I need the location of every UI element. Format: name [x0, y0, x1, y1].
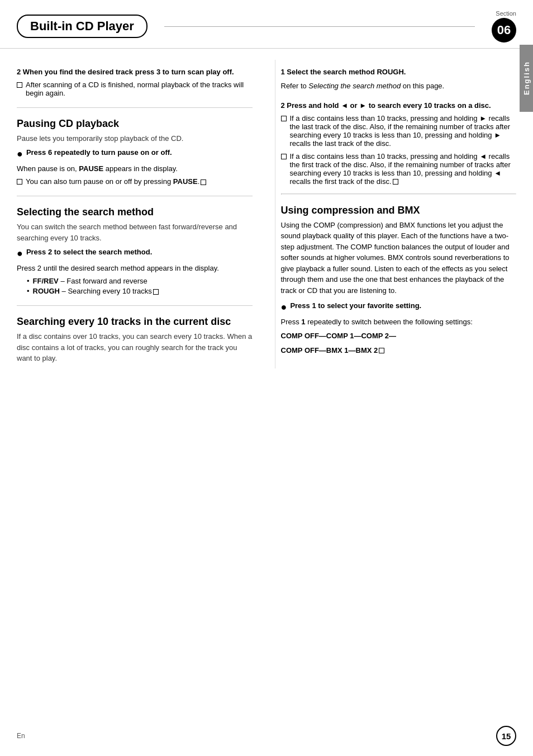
language-label: English: [520, 45, 533, 112]
selecting-bullet: ● Press 2 to select the search method.: [17, 248, 253, 260]
press-body-prefix: Press: [281, 318, 302, 326]
section-number: 06: [492, 18, 516, 42]
bullet-square-icon: [17, 82, 22, 88]
press-body: Press 1 repeatedly to switch between the…: [281, 316, 517, 328]
footer: En 15: [0, 726, 533, 746]
pausing-subtitle: Pause lets you temporarily stop playback…: [17, 133, 253, 144]
bullet-square-icon2: [17, 179, 22, 185]
pausing-bullet-heading: Press 6 repeatedly to turn pause on or o…: [26, 148, 172, 157]
pausing-bullet2: You can also turn pause on or off by pre…: [17, 177, 253, 186]
scan-step2-bullet: After scanning of a CD is finished, norm…: [17, 81, 253, 97]
selecting-sub2: • ROUGH – Searching every 10 tracks: [27, 287, 253, 295]
main-content: 2 When you find the desired track press …: [0, 49, 533, 380]
scan-step2-heading: 2 When you find the desired track press …: [17, 67, 253, 78]
page: Built-in CD Player Section 06 English 2 …: [0, 0, 533, 756]
pausing-body1-prefix: When pause is on,: [17, 164, 79, 173]
selecting-sub2-text: ROUGH – Searching every 10 tracks: [33, 287, 159, 295]
left-column: 2 When you find the desired track press …: [17, 60, 258, 368]
press-bullet: ● Press 1 to select your favorite settin…: [281, 301, 517, 314]
selecting-bullet-heading: Press 2 to select the search method.: [26, 248, 152, 256]
searching-section: Searching every 10 tracks in the current…: [17, 316, 253, 364]
pausing-body2: You can also turn pause on or off by pre…: [26, 177, 206, 186]
rough-bold: ROUGH: [33, 287, 60, 295]
pausing-title: Pausing CD playback: [17, 118, 253, 130]
selecting-sub-list: • FF/REV – Fast forward and reverse • RO…: [27, 277, 253, 295]
note-icon: [201, 179, 206, 185]
step1-body-suffix: on this page.: [401, 82, 444, 90]
selecting-title: Selecting the search method: [17, 206, 253, 218]
settings-line1: COMP OFF—COMP 1—COMP 2—: [281, 330, 517, 342]
selecting-body: Press 2 until the desired search method …: [17, 263, 253, 274]
right-step1-section: 1 Select the search method ROUGH. Refer …: [281, 67, 517, 91]
rough-suffix: – Searching every 10 tracks: [60, 287, 152, 295]
press-body-bold: 1: [301, 318, 305, 326]
selecting-sub1: • FF/REV – Fast forward and reverse: [27, 277, 253, 285]
right-step2-heading: 2 Press and hold ◄ or ► to search every …: [281, 100, 517, 111]
sub-dot-icon2: •: [27, 287, 30, 295]
right-step2-bullet1-text: If a disc contains less than 10 tracks, …: [290, 114, 517, 148]
right-divider: [281, 193, 517, 195]
press-body-suffix: repeatedly to switch between the followi…: [306, 318, 473, 326]
divider-2: [17, 196, 253, 196]
pausing-body1-suffix: appears in the display.: [103, 164, 178, 173]
pausing-body2-prefix: You can also turn pause on or off by pre…: [26, 177, 173, 186]
pause-bold: PAUSE: [79, 164, 103, 173]
note-icon3: [393, 179, 398, 185]
scan-step2-section: 2 When you find the desired track press …: [17, 67, 253, 97]
sub-dot-icon: •: [27, 277, 30, 285]
bullet-dot-icon: ●: [17, 148, 23, 160]
step1-body-italic: Selecting the search method: [308, 82, 401, 90]
bullet-dot-icon2: ●: [17, 248, 23, 260]
settings-line1-text: COMP OFF—COMP 1—COMP 2—: [281, 332, 397, 340]
settings-line2-text: COMP OFF—BMX 1—BMX 2: [281, 346, 378, 355]
using-body: Using the COMP (compression) and BMX fun…: [281, 220, 517, 296]
divider-1: [17, 107, 253, 108]
scan-step2-body: After scanning of a CD is finished, norm…: [26, 81, 253, 97]
pausing-bullet: ● Press 6 repeatedly to turn pause on or…: [17, 148, 253, 160]
ffrev-suffix: – Fast forward and reverse: [59, 277, 147, 285]
press-heading: Press 1 to select your favorite setting.: [290, 301, 421, 310]
page-title: Built-in CD Player: [17, 15, 147, 38]
pause-bold2: PAUSE: [173, 177, 198, 186]
searching-subtitle: If a disc contains over 10 tracks, you c…: [17, 331, 253, 364]
section-label: Section: [496, 10, 516, 17]
bullet-square-icon4: [281, 154, 287, 159]
step1-body-prefix: Refer to: [281, 82, 309, 90]
selecting-section: Selecting the search method You can swit…: [17, 206, 253, 295]
footer-page-number: 15: [496, 726, 516, 746]
selecting-subtitle: You can switch the search method between…: [17, 221, 253, 243]
bullet-square-icon3: [281, 116, 287, 121]
right-step2-bullet2-body: If a disc contains less than 10 tracks, …: [290, 152, 511, 186]
pausing-section: Pausing CD playback Pause lets you tempo…: [17, 118, 253, 186]
searching-title: Searching every 10 tracks in the current…: [17, 316, 253, 328]
pausing-body1: When pause is on, PAUSE appears in the d…: [17, 163, 253, 174]
header: Built-in CD Player Section 06: [0, 0, 533, 49]
note-icon2: [153, 289, 159, 295]
using-section: Using compression and BMX Using the COMP…: [281, 205, 517, 356]
right-step2-bullet1: If a disc contains less than 10 tracks, …: [281, 114, 517, 148]
bullet-dot-icon3: ●: [281, 301, 287, 314]
divider-3: [17, 305, 253, 306]
note-icon4: [379, 348, 384, 353]
right-step1-heading: 1 Select the search method ROUGH.: [281, 67, 517, 78]
selecting-sub1-text: FF/REV – Fast forward and reverse: [33, 277, 147, 285]
right-step2-bullet2-text: If a disc contains less than 10 tracks, …: [290, 152, 517, 186]
header-section: Section 06: [492, 10, 516, 42]
settings-line2: COMP OFF—BMX 1—BMX 2: [281, 345, 517, 356]
right-step2-section: 2 Press and hold ◄ or ► to search every …: [281, 100, 517, 186]
footer-en-label: En: [17, 732, 25, 740]
using-title: Using compression and BMX: [281, 205, 517, 216]
right-column: 1 Select the search method ROUGH. Refer …: [275, 60, 517, 368]
ffrev-bold: FF/REV: [33, 277, 59, 285]
right-step1-body: Refer to Selecting the search method on …: [281, 81, 517, 92]
header-line: [164, 26, 475, 27]
right-step2-bullet2: If a disc contains less than 10 tracks, …: [281, 152, 517, 186]
